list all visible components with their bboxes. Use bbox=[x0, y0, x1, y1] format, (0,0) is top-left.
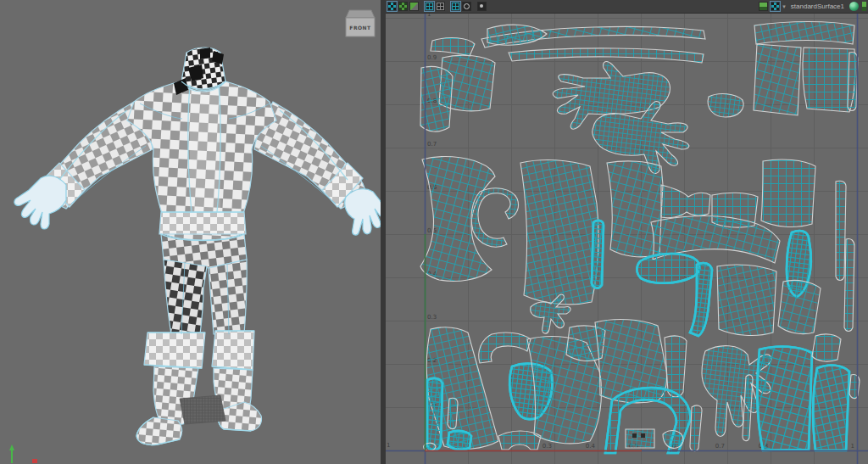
uv-shells[interactable] bbox=[420, 22, 860, 454]
svg-text:0.4: 0.4 bbox=[586, 443, 596, 450]
uv-shell bbox=[663, 431, 683, 449]
uv-shell bbox=[448, 398, 458, 428]
grid-display-icon[interactable] bbox=[425, 2, 434, 11]
uv-shell bbox=[479, 333, 531, 363]
uv-shell bbox=[665, 336, 687, 397]
view-cube[interactable]: FRONT bbox=[346, 10, 375, 36]
view-cube-label: FRONT bbox=[349, 25, 371, 31]
uv-shell bbox=[836, 181, 846, 280]
uv-canvas[interactable]: 1 0.9 0.8 0.7 0.6 0.5 0.4 0.3 0.2 0.1 0.… bbox=[386, 14, 868, 464]
model-belt bbox=[159, 212, 246, 234]
uv-shell bbox=[754, 22, 854, 45]
svg-text:1: 1 bbox=[851, 443, 854, 450]
uv-shell bbox=[690, 405, 702, 451]
texture-menu-icon[interactable]: ▾ bbox=[782, 3, 786, 10]
model-left-glove bbox=[14, 176, 66, 229]
uv-shell bbox=[717, 265, 776, 335]
uv-shell bbox=[803, 48, 855, 112]
uv-editor-panel: ▾ standardSurface1 bbox=[386, 0, 868, 464]
display-image-icon[interactable] bbox=[477, 2, 487, 11]
ground-grid-plane[interactable] bbox=[180, 395, 225, 424]
model-left-leg bbox=[164, 260, 207, 334]
uv-shell bbox=[844, 238, 854, 331]
axis-gizmo bbox=[9, 444, 37, 463]
material-sphere-icon[interactable] bbox=[849, 2, 859, 11]
uv-shell bbox=[754, 44, 801, 115]
uv-shell bbox=[812, 334, 841, 361]
uv-editor-toolbar: ▾ standardSurface1 bbox=[386, 0, 868, 14]
uv-shell bbox=[626, 429, 654, 448]
svg-text:0.7: 0.7 bbox=[715, 443, 725, 450]
svg-text:1: 1 bbox=[387, 442, 390, 449]
uv-shell bbox=[520, 160, 598, 305]
image-preview-icon[interactable] bbox=[759, 2, 768, 11]
character-model[interactable] bbox=[14, 48, 381, 445]
texture-name-label[interactable]: standardSurface1 bbox=[791, 3, 844, 10]
model-left-bootcuff bbox=[144, 333, 205, 368]
svg-text:1: 1 bbox=[427, 14, 431, 18]
uv-shell bbox=[708, 94, 743, 117]
display-distortion-icon[interactable] bbox=[398, 2, 408, 11]
model-right-bootcuff bbox=[212, 331, 254, 370]
uv-shell bbox=[509, 48, 704, 63]
uv-shell bbox=[420, 157, 495, 282]
display-solid-distortion-icon[interactable] bbox=[409, 2, 419, 11]
svg-text:0.9: 0.9 bbox=[427, 54, 437, 61]
dim-image-icon[interactable] bbox=[462, 2, 471, 11]
model-right-glove bbox=[345, 189, 381, 235]
uv-shell bbox=[431, 38, 475, 56]
front-viewport[interactable]: FRONT bbox=[0, 0, 381, 464]
clipped-material-icon[interactable] bbox=[862, 2, 866, 11]
uv-shell bbox=[761, 159, 815, 226]
svg-text:0.3: 0.3 bbox=[427, 314, 437, 321]
pixel-snap-icon[interactable] bbox=[451, 2, 460, 11]
maya-window: FRONT bbox=[0, 0, 868, 464]
display-checkered-icon[interactable] bbox=[387, 2, 397, 11]
svg-text:0.3: 0.3 bbox=[542, 443, 552, 450]
pixel-grid-icon[interactable] bbox=[436, 2, 445, 11]
viewport-canvas[interactable]: FRONT bbox=[0, 0, 381, 464]
uv-shell bbox=[487, 25, 547, 45]
svg-text:0.7: 0.7 bbox=[427, 141, 437, 148]
uv-shell bbox=[778, 280, 821, 333]
uv-shell bbox=[661, 185, 710, 218]
checker-map-icon[interactable] bbox=[771, 2, 780, 11]
uv-shell bbox=[848, 52, 858, 110]
